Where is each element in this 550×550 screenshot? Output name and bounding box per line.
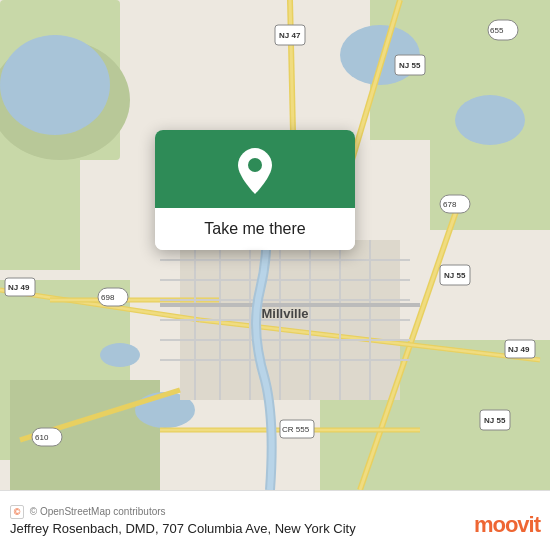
svg-point-11 [455, 95, 525, 145]
svg-text:CR 555: CR 555 [282, 425, 310, 434]
svg-text:NJ 55: NJ 55 [399, 61, 421, 70]
svg-text:NJ 49: NJ 49 [508, 345, 530, 354]
svg-point-67 [248, 158, 262, 172]
location-info: Jeffrey Rosenbach, DMD, 707 Columbia Ave… [10, 521, 356, 536]
moovit-logo: moovit [474, 512, 540, 538]
take-me-there-button[interactable]: Take me there [155, 208, 355, 250]
svg-point-13 [100, 343, 140, 367]
svg-text:NJ 47: NJ 47 [279, 31, 301, 40]
popup-header [155, 130, 355, 208]
attribution-text: © © OpenStreetMap contributors [10, 505, 540, 519]
footer-bar: © © OpenStreetMap contributors Jeffrey R… [0, 490, 550, 550]
openstreetmap-logo-icon: © [10, 505, 24, 519]
svg-text:698: 698 [101, 293, 115, 302]
svg-text:NJ 55: NJ 55 [444, 271, 466, 280]
svg-point-9 [0, 35, 110, 135]
popup-card: Take me there [155, 130, 355, 250]
svg-text:678: 678 [443, 200, 457, 209]
svg-text:610: 610 [35, 433, 49, 442]
attribution-label: © OpenStreetMap contributors [30, 506, 166, 517]
svg-text:Millville: Millville [262, 306, 309, 321]
svg-text:NJ 55: NJ 55 [484, 416, 506, 425]
map-container: NJ 47 NJ 55 NJ 55 NJ 55 655 NJ 49 NJ 49 … [0, 0, 550, 490]
svg-rect-2 [0, 150, 80, 270]
svg-text:NJ 49: NJ 49 [8, 283, 30, 292]
svg-text:655: 655 [490, 26, 504, 35]
location-pin-icon [236, 148, 274, 194]
